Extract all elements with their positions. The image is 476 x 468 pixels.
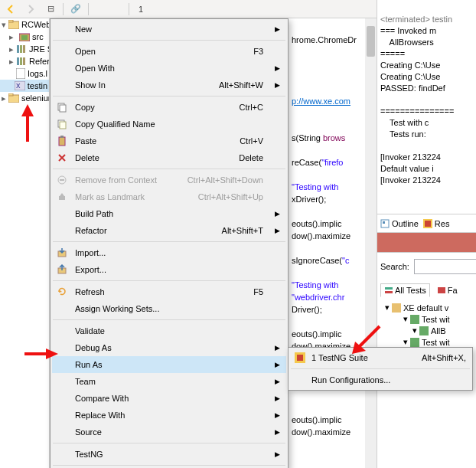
menu-label: Build Path [75, 209, 113, 218]
submenu-run-configurations-[interactable]: Run Configurations... [290, 371, 471, 388]
menu-validate[interactable]: Validate [52, 322, 286, 339]
svg-rect-16 [60, 105, 66, 112]
library-icon [16, 44, 27, 54]
test-leaf[interactable]: ▾AllB [380, 325, 473, 336]
menu-shortcut: Ctrl+C [240, 103, 263, 112]
menu-export-[interactable]: Export... [52, 261, 286, 278]
context-menu: New▶OpenF3Open With▶Show InAlt+Shift+W▶C… [50, 18, 289, 468]
tree-item-selenium[interactable]: ▸selenium [0, 92, 49, 104]
menu-label: Copy Qualified Name [75, 119, 155, 129]
svg-rect-28 [383, 221, 385, 224]
menu-assign-working-sets-[interactable]: Assign Working Sets... [52, 300, 286, 317]
svg-rect-14 [8, 93, 13, 96]
menu-shortcut: Delete [239, 153, 263, 162]
menu-open-with[interactable]: Open With▶ [52, 60, 286, 77]
menu-shortcut: F5 [253, 287, 263, 296]
search-row: Search: [377, 253, 476, 280]
submenu-1-testng-suite[interactable]: 1 TestNG SuiteAlt+Shift+X, [290, 349, 471, 366]
right-pane: <terminated> testin === Invoked m AllBro… [377, 0, 476, 468]
menu-label: Validate [75, 326, 105, 335]
menu-label: Paste [75, 136, 96, 146]
outline-icon [380, 219, 390, 228]
menu-shortcut: Alt+Shift+T [222, 226, 263, 235]
svg-rect-20 [60, 136, 64, 138]
svg-rect-34 [392, 303, 401, 313]
export-icon [55, 263, 69, 277]
menu-shortcut: Ctrl+V [240, 136, 263, 146]
menu-show-in[interactable]: Show InAlt+Shift+W▶ [52, 77, 286, 93]
menu-delete[interactable]: DeleteDelete [52, 149, 286, 166]
menu-label: Export... [75, 265, 106, 274]
testng-icon [293, 351, 307, 365]
tab-results[interactable]: Res [423, 219, 450, 228]
chevron-right-icon: ▶ [275, 378, 280, 385]
menu-build-path[interactable]: Build Path▶ [52, 205, 286, 222]
chevron-right-icon: ▶ [275, 25, 280, 33]
tab-all-tests[interactable]: All Tests [380, 283, 430, 297]
menu-source[interactable]: Source▶ [52, 424, 286, 440]
svg-rect-35 [410, 315, 419, 324]
menu-label: Open With [75, 64, 115, 73]
search-label: Search: [380, 262, 409, 271]
chevron-right-icon: ▶ [275, 428, 280, 436]
testng-icon [423, 219, 432, 228]
menu-refresh[interactable]: RefreshF5 [52, 283, 286, 300]
svg-rect-37 [410, 338, 419, 347]
tree-item-src[interactable]: ▸src [0, 31, 49, 43]
menu-copy[interactable]: CopyCtrl+C [52, 99, 286, 116]
test-root[interactable]: ▾XE default v [380, 302, 473, 313]
chevron-right-icon: ▶ [275, 394, 280, 402]
menu-copy-qualified-name[interactable]: Copy Qualified Name [52, 116, 286, 133]
menu-label: Mark as Landmark [75, 192, 145, 201]
tree-item-jre sy[interactable]: ▸JRE Sy [0, 43, 49, 55]
tree-item-testin[interactable]: xtestin [0, 80, 49, 92]
xml-icon: x [15, 80, 25, 91]
menu-compare-with[interactable]: Compare With▶ [52, 390, 286, 407]
svg-rect-33 [438, 287, 445, 293]
menu-label: Assign Working Sets... [75, 304, 159, 313]
menu-open[interactable]: OpenF3 [52, 43, 286, 60]
editor-scrollbar[interactable] [365, 18, 377, 468]
tree-item-rcwebd[interactable]: ▾RCWebD [0, 18, 49, 31]
svg-rect-18 [60, 122, 66, 129]
tree-label: RCWebD [21, 20, 50, 29]
search-input[interactable] [414, 259, 476, 274]
project-explorer: ▾RCWebD▸src▸JRE Sy▸Referelogs.lxtestin▸s… [0, 18, 50, 468]
tab-outline[interactable]: Outline [380, 219, 419, 228]
run-as-submenu: 1 TestNG SuiteAlt+Shift+X,Run Configurat… [288, 347, 473, 391]
link-icon[interactable]: 🔗 [68, 2, 83, 17]
menu-label: Show In [75, 80, 106, 90]
test-node[interactable]: ▾Test wit [380, 313, 473, 325]
back-icon[interactable] [3, 2, 18, 17]
menu-label: New [75, 25, 92, 34]
menu-import-[interactable]: Import... [52, 244, 286, 261]
tree-label: testin [28, 81, 47, 90]
menu-label: Open [75, 47, 96, 56]
menu-replace-with[interactable]: Replace With▶ [52, 407, 286, 424]
copy-qual-icon [55, 117, 69, 131]
svg-rect-31 [385, 287, 393, 290]
menu-label: Refactor [75, 226, 107, 235]
menu-paste[interactable]: PasteCtrl+V [52, 133, 286, 149]
import-icon [55, 246, 69, 260]
menu-new[interactable]: New▶ [52, 21, 286, 38]
test-node[interactable]: ▾Test wit [380, 336, 473, 348]
collapse-icon[interactable]: ⊟ [43, 2, 58, 17]
menu-label: Delete [75, 153, 99, 162]
code-editor[interactable]: hrome.ChromeDr p://www.xe.com s(String b… [289, 18, 377, 468]
tree-item-refere[interactable]: ▸Refere [0, 55, 49, 67]
menu-debug-as[interactable]: Debug As▶ [52, 339, 286, 356]
menu-run-as[interactable]: Run As▶ [52, 356, 286, 373]
menu-remove-from-context: Remove from ContextCtrl+Alt+Shift+Down [52, 172, 286, 188]
chevron-right-icon: ▶ [275, 210, 280, 218]
menu-shortcut: F3 [253, 47, 263, 56]
tab-failed-tests[interactable]: Fa [433, 283, 461, 297]
menu-testng[interactable]: TestNG▶ [52, 446, 286, 463]
tree-item-logs.l[interactable]: logs.l [0, 67, 49, 80]
forward-icon[interactable] [23, 2, 38, 17]
menu-team[interactable]: Team▶ [52, 373, 286, 390]
menu-refactor[interactable]: RefactorAlt+Shift+T▶ [52, 222, 286, 239]
menu-label: Source [75, 427, 102, 437]
tree-label: Refere [29, 57, 50, 66]
svg-rect-3 [21, 35, 28, 40]
